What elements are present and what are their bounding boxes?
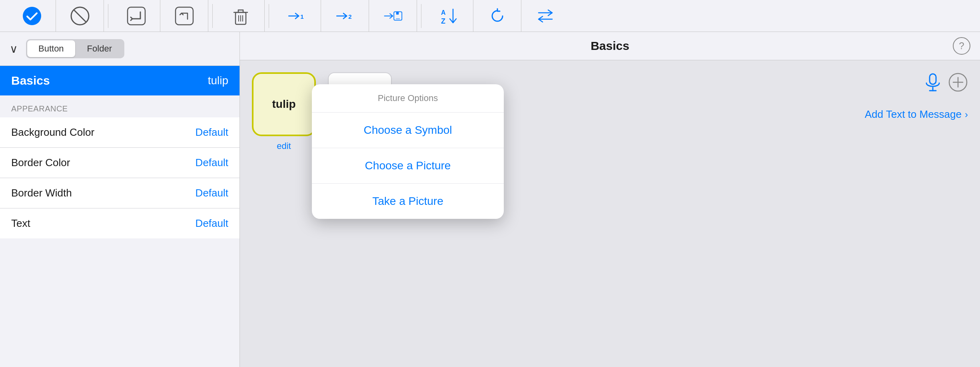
choose-picture-option[interactable]: Choose a Picture [312, 148, 504, 184]
view-type-segmented-control: Button Folder [26, 39, 124, 58]
trash-icon [231, 6, 251, 26]
svg-rect-26 [930, 74, 936, 84]
collapse-chevron[interactable]: ∨ [10, 42, 18, 56]
background-color-value: Default [196, 126, 228, 139]
toolbar-sort-button[interactable]: A Z [425, 0, 473, 32]
border-width-value: Default [196, 187, 228, 199]
text-label: Text [11, 217, 30, 230]
right-panel: Basics ? tulip edit [240, 32, 980, 367]
border-color-value: Default [196, 157, 228, 169]
svg-text:A: A [441, 9, 446, 16]
swap-icon [535, 6, 555, 26]
arrow1-icon: 1 [287, 6, 307, 26]
divider [269, 4, 269, 28]
toolbar-arrow-save-button[interactable] [369, 0, 417, 32]
arrow-save-icon [383, 6, 403, 26]
toolbar-arrow1-button[interactable]: 1 [273, 0, 321, 32]
checkmark-icon [22, 6, 42, 26]
tulip-button-preview[interactable]: tulip [252, 72, 316, 136]
svg-text:2: 2 [348, 13, 351, 20]
border-width-label: Border Width [11, 187, 72, 199]
media-icon-controls [924, 72, 968, 92]
selected-item-value: tulip [208, 74, 228, 87]
toolbar-refresh-button[interactable] [473, 0, 521, 32]
toolbar-delete-button[interactable] [217, 0, 265, 32]
toolbar: 1 2 A Z [0, 0, 980, 32]
divider [108, 4, 108, 28]
divider [212, 4, 213, 28]
choose-symbol-option[interactable]: Choose a Symbol [312, 113, 504, 148]
sort-icon: A Z [439, 6, 459, 26]
svg-text:Z: Z [441, 17, 445, 25]
border-color-row[interactable]: Border Color Default [0, 148, 240, 178]
selected-item-row[interactable]: Basics tulip [0, 66, 240, 95]
edit-button-link[interactable]: edit [277, 141, 291, 151]
right-panel-title: Basics [591, 39, 629, 53]
add-text-chevron-icon: › [965, 109, 968, 120]
appearance-section-header: APPEARANCE [0, 95, 240, 117]
right-content: tulip edit MoreSymbols... [240, 60, 980, 367]
toolbar-enter-button[interactable] [112, 0, 160, 32]
popover-header: Picture Options [312, 84, 504, 113]
toolbar-no-entry-button[interactable] [56, 0, 104, 32]
toolbar-copy-button[interactable] [160, 0, 208, 32]
right-side-controls: Add Text to Message › [865, 60, 968, 121]
toolbar-arrow2-button[interactable]: 2 [321, 0, 369, 32]
svg-point-0 [23, 7, 41, 25]
text-row[interactable]: Text Default [0, 208, 240, 238]
toolbar-swap-button[interactable] [521, 0, 569, 32]
text-value: Default [196, 217, 228, 230]
copy-icon [174, 6, 194, 26]
selected-item-label: Basics [11, 74, 50, 87]
folder-segment[interactable]: Folder [76, 40, 123, 57]
right-panel-header: Basics ? [240, 32, 980, 60]
picture-options-popover: Picture Options Choose a Symbol Choose a… [312, 84, 504, 219]
svg-text:1: 1 [300, 13, 303, 20]
svg-rect-3 [128, 7, 145, 25]
help-button[interactable]: ? [953, 37, 970, 55]
background-color-label: Background Color [11, 126, 94, 139]
help-icon: ? [959, 40, 964, 52]
border-width-row[interactable]: Border Width Default [0, 178, 240, 208]
arrow2-icon: 2 [335, 6, 355, 26]
button-segment[interactable]: Button [27, 40, 75, 57]
svg-rect-20 [396, 12, 398, 14]
tulip-preview-text: tulip [272, 98, 295, 111]
border-color-label: Border Color [11, 157, 70, 169]
svg-rect-4 [176, 7, 193, 25]
background-color-row[interactable]: Background Color Default [0, 117, 240, 148]
left-panel: ∨ Button Folder Basics tulip APPEARANCE … [0, 32, 240, 367]
no-entry-icon [70, 6, 90, 26]
take-picture-option[interactable]: Take a Picture [312, 184, 504, 219]
refresh-icon [487, 6, 507, 26]
add-text-label: Add Text to Message [865, 108, 962, 121]
divider [421, 4, 421, 28]
add-text-to-message-link[interactable]: Add Text to Message › [865, 108, 968, 121]
left-header: ∨ Button Folder [0, 32, 240, 66]
add-bubble-icon[interactable] [948, 72, 968, 92]
toolbar-checkmark-button[interactable] [8, 0, 56, 32]
tulip-button-card: tulip edit [252, 72, 316, 164]
enter-icon [126, 6, 146, 26]
svg-line-2 [74, 10, 86, 22]
main-layout: ∨ Button Folder Basics tulip APPEARANCE … [0, 32, 980, 367]
mic-icon[interactable] [924, 72, 942, 92]
